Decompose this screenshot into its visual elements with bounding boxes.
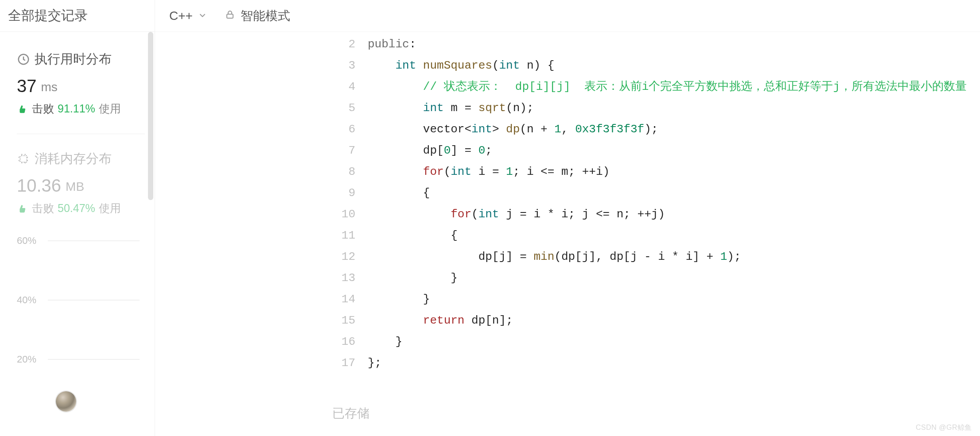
code-line[interactable]: int m = sqrt(n); (368, 97, 980, 119)
memory-unit: MB (66, 180, 84, 196)
beat-pct: 91.11% (58, 102, 95, 115)
code-line[interactable]: // 状态表示： dp[i][j] 表示：从前i个完全平方数中挑选，总和正好等于… (368, 76, 980, 97)
line-number: 16 (155, 331, 355, 352)
line-number: 13 (155, 267, 355, 289)
line-number: 14 (155, 289, 355, 310)
line-number: 17 (155, 352, 355, 374)
beat-suffix: 使用 (99, 101, 121, 116)
language-selector[interactable]: C++ (169, 9, 207, 23)
ytick-20: 20% (17, 354, 48, 365)
runtime-title-text: 执行用时分布 (35, 50, 112, 68)
line-number: 3 (155, 55, 355, 76)
line-number: 5 (155, 97, 355, 119)
line-gutter: 234567891011121314151617 (155, 34, 368, 436)
mode-label: 智能模式 (241, 8, 290, 24)
svg-rect-2 (227, 14, 233, 18)
line-number: 6 (155, 119, 355, 140)
clap-icon (17, 203, 28, 214)
runtime-title: 执行用时分布 (17, 50, 145, 68)
line-number: 8 (155, 161, 355, 182)
code-line[interactable]: { (368, 225, 980, 246)
code-line[interactable]: for(int i = 1; i <= m; ++i) (368, 161, 980, 182)
ytick-60: 60% (17, 235, 48, 247)
line-number: 7 (155, 140, 355, 161)
line-number: 2 (155, 34, 355, 55)
code-line[interactable]: for(int j = i * i; j <= n; ++j) (368, 204, 980, 225)
code-line[interactable]: } (368, 267, 980, 289)
language-label: C++ (169, 9, 193, 23)
mode-selector[interactable]: 智能模式 (225, 8, 290, 24)
scrollbar-thumb[interactable] (148, 32, 153, 200)
code-editor[interactable]: 234567891011121314151617 public: int num… (155, 32, 980, 436)
clap-icon (17, 103, 28, 115)
line-number: 12 (155, 246, 355, 267)
runtime-unit: ms (41, 80, 58, 96)
avatar[interactable] (56, 391, 76, 412)
editor-toolbar: C++ 智能模式 (155, 0, 980, 32)
code-line[interactable]: dp[0] = 0; (368, 140, 980, 161)
code-line[interactable]: }; (368, 352, 980, 374)
ytick-40: 40% (17, 294, 48, 306)
beat-label: 击败 (32, 101, 54, 116)
divider (17, 134, 145, 134)
watermark: CSDN @GR鲸鱼 (916, 423, 972, 432)
memory-title: 消耗内存分布 (17, 150, 145, 168)
distribution-chart: 60% 40% 20% (17, 235, 145, 365)
sidebar-header[interactable]: 全部提交记录 (0, 0, 155, 32)
code-line[interactable]: } (368, 331, 980, 352)
save-status: 已存储 (332, 405, 369, 422)
line-number: 11 (155, 225, 355, 246)
runtime-num: 37 (17, 76, 37, 96)
code-line[interactable]: public: (368, 34, 980, 55)
memory-num: 10.36 (17, 176, 61, 196)
code-line[interactable]: return dp[n]; (368, 310, 980, 331)
main-panel: C++ 智能模式 234567891011121314151617 public… (155, 0, 980, 436)
chip-icon (17, 152, 30, 166)
code-line[interactable]: dp[j] = min(dp[j], dp[j - i * i] + 1); (368, 246, 980, 267)
runtime-value: 37 ms (17, 76, 145, 96)
memory-beats: 击败 50.47% 使用 (17, 201, 145, 216)
beat-label: 击败 (32, 201, 54, 216)
code-area[interactable]: public: int numSquares(int n) { // 状态表示：… (368, 34, 980, 436)
code-line[interactable]: { (368, 182, 980, 204)
line-number: 4 (155, 76, 355, 97)
line-number: 15 (155, 310, 355, 331)
beat-pct: 50.47% (58, 202, 95, 215)
code-line[interactable]: } (368, 289, 980, 310)
clock-icon (17, 53, 30, 66)
lock-icon (225, 9, 235, 23)
code-line[interactable]: vector<int> dp(n + 1, 0x3f3f3f3f); (368, 119, 980, 140)
chevron-down-icon (198, 9, 207, 23)
line-number: 9 (155, 182, 355, 204)
beat-suffix: 使用 (99, 201, 121, 216)
runtime-beats: 击败 91.11% 使用 (17, 101, 145, 116)
sidebar: 全部提交记录 执行用时分布 37 ms 击败 91.11% (0, 0, 155, 436)
memory-value: 10.36 MB (17, 176, 145, 196)
line-number: 10 (155, 204, 355, 225)
memory-title-text: 消耗内存分布 (35, 150, 112, 168)
code-line[interactable]: int numSquares(int n) { (368, 55, 980, 76)
scrollbar-track[interactable] (147, 32, 155, 253)
svg-rect-1 (20, 156, 27, 162)
